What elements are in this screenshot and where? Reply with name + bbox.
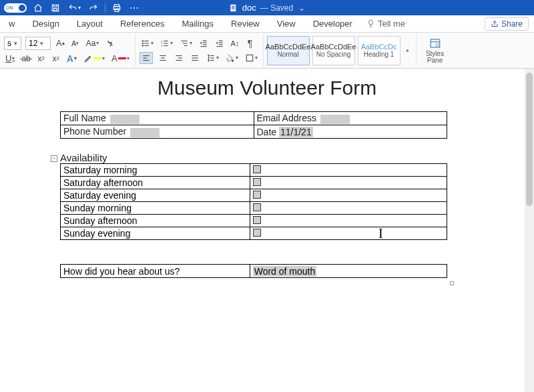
undo-icon[interactable]: ▾ [67, 2, 82, 14]
svg-rect-8 [232, 8, 235, 9]
table-resize-handle[interactable] [450, 281, 454, 285]
style-no-spacing[interactable]: AaBbCcDdEe No Spacing [312, 36, 355, 65]
line-spacing-icon[interactable]: ▾ [205, 52, 220, 64]
align-right-icon[interactable] [173, 52, 185, 64]
hear-value-cell[interactable]: Word of mouth [250, 265, 447, 278]
home-icon[interactable] [32, 2, 44, 14]
svg-rect-51 [435, 43, 439, 47]
tab-developer[interactable]: Developer [304, 15, 361, 32]
styles-pane-button[interactable]: Styles Pane [421, 35, 450, 65]
table-anchor-icon[interactable]: + [51, 155, 57, 162]
change-case-icon[interactable]: Aa▾ [85, 37, 101, 49]
svg-rect-48 [246, 55, 252, 61]
autosave-toggle[interactable]: ON [4, 3, 27, 13]
tab-design[interactable]: Design [23, 15, 67, 32]
numbering-icon[interactable]: 123▾ [159, 37, 174, 49]
phone-cell[interactable]: Phone Number [61, 125, 254, 139]
phone-field[interactable] [130, 128, 160, 137]
font-color-icon[interactable]: A▾ [110, 53, 131, 65]
avail-label-5: Sunday evening [61, 227, 250, 240]
avail-check-1[interactable] [250, 177, 447, 189]
checkbox-icon[interactable] [253, 216, 261, 224]
strikethrough-icon[interactable]: ab [20, 53, 31, 65]
multilevel-list-icon[interactable]: ▾ [178, 37, 194, 49]
checkbox-icon[interactable] [253, 178, 261, 186]
tab-review-partial[interactable]: w [0, 15, 23, 32]
superscript-icon[interactable]: x2 [51, 53, 61, 65]
full-name-cell[interactable]: Full Name [61, 112, 254, 125]
svg-point-11 [142, 43, 143, 43]
chevron-down-icon[interactable]: ⌄ [298, 3, 305, 13]
underline-icon[interactable]: U▾ [4, 53, 16, 65]
style-normal[interactable]: AaBbCcDdEe Normal [267, 36, 310, 65]
email-cell[interactable]: Email Address [254, 112, 447, 125]
increase-indent-icon[interactable] [214, 37, 226, 49]
font-group: s▾ 12▾ A▴ A▾ Aa▾ U▾ ab x2 x2 A▾ ▾ A▾ [0, 34, 136, 67]
email-field[interactable] [320, 115, 350, 124]
page: Museum Volunteer Form Full Name Email Ad… [33, 77, 501, 278]
text-effects-icon[interactable]: A▾ [65, 53, 78, 65]
svg-text:3: 3 [161, 43, 163, 47]
decrease-font-icon[interactable]: A▾ [70, 37, 81, 49]
page-title: Museum Volunteer Form [33, 77, 501, 99]
redo-icon[interactable] [87, 2, 99, 14]
avail-label-0: Saturday morning [61, 164, 250, 177]
full-name-label: Full Name [63, 113, 106, 123]
decrease-indent-icon[interactable] [198, 37, 210, 49]
tab-mailings[interactable]: Mailings [173, 15, 222, 32]
tell-me-search[interactable]: Tell me [366, 19, 405, 29]
document-area[interactable]: Museum Volunteer Form Full Name Email Ad… [0, 69, 534, 392]
bullets-icon[interactable]: ▾ [140, 37, 155, 49]
styles-gallery-more-icon[interactable]: ▸ [403, 36, 413, 65]
lightbulb-icon [366, 19, 375, 28]
scroll-thumb[interactable] [526, 73, 533, 206]
tab-review[interactable]: Review [222, 15, 268, 32]
tab-layout[interactable]: Layout [68, 15, 111, 32]
align-left-icon[interactable] [140, 52, 153, 64]
tab-view[interactable]: View [268, 15, 304, 32]
shading-icon[interactable]: ▾ [224, 52, 240, 64]
tab-references[interactable]: References [111, 15, 173, 32]
increase-font-icon[interactable]: A▴ [55, 37, 66, 49]
clear-format-icon[interactable] [104, 37, 116, 49]
doc-title-area: doc — Saved ⌄ [229, 3, 305, 13]
svg-rect-7 [232, 7, 235, 7]
svg-rect-5 [230, 4, 236, 11]
save-icon[interactable] [49, 2, 61, 14]
more-icon[interactable]: ⋯ [128, 2, 140, 14]
print-icon[interactable] [111, 2, 123, 14]
date-value[interactable]: 11/1/21 [279, 127, 313, 137]
show-marks-icon[interactable]: ¶ [244, 37, 255, 49]
share-icon [491, 20, 499, 28]
avail-check-4[interactable] [250, 215, 447, 227]
date-cell[interactable]: Date 11/1/21 [254, 125, 447, 139]
checkbox-icon[interactable] [253, 165, 261, 173]
quick-access-toolbar: ON ▾ ⋯ [0, 2, 140, 14]
styles-pane-label: Styles Pane [426, 51, 444, 64]
justify-icon[interactable] [189, 52, 201, 64]
vertical-scrollbar[interactable] [525, 69, 534, 392]
avail-check-2[interactable] [250, 189, 447, 202]
svg-point-13 [142, 45, 143, 45]
checkbox-icon[interactable] [253, 203, 261, 211]
availability-table: Saturday morning Saturday afternoon Satu… [60, 163, 447, 240]
ribbon-body: s▾ 12▾ A▴ A▾ Aa▾ U▾ ab x2 x2 A▾ ▾ A▾ ▾ 1… [0, 33, 534, 69]
checkbox-icon[interactable] [253, 191, 261, 199]
hear-value[interactable]: Word of mouth [253, 266, 317, 277]
highlight-icon[interactable]: ▾ [82, 53, 106, 65]
checkbox-icon[interactable] [253, 229, 261, 237]
subscript-icon[interactable]: x2 [36, 53, 47, 65]
full-name-field[interactable] [110, 115, 140, 124]
avail-check-5[interactable] [250, 227, 447, 240]
avail-check-3[interactable] [250, 202, 447, 215]
share-button[interactable]: Share [485, 17, 529, 31]
titlebar: ON ▾ ⋯ doc — Saved ⌄ [0, 0, 534, 15]
sort-icon[interactable]: A↕ [230, 37, 241, 49]
borders-icon[interactable]: ▾ [244, 52, 259, 64]
align-center-icon[interactable] [157, 52, 169, 64]
style-heading-1[interactable]: AaBbCcDc Heading 1 [358, 36, 400, 65]
font-name-combo[interactable]: s▾ [4, 37, 21, 50]
avail-check-0[interactable] [250, 164, 447, 177]
doc-name[interactable]: doc [242, 3, 256, 13]
font-size-combo[interactable]: 12▾ [25, 37, 51, 50]
